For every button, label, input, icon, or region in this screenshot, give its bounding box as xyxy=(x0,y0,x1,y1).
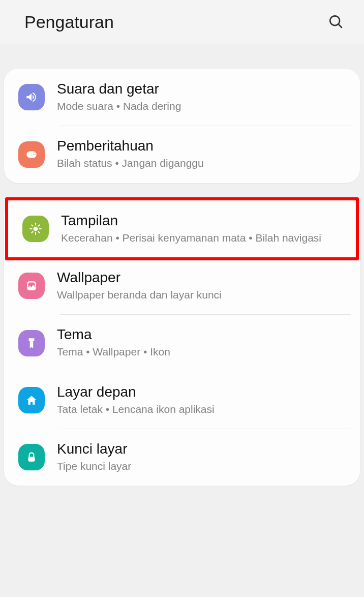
item-title: Layar depan xyxy=(57,384,346,400)
item-subtitle: Tata letak • Lencana ikon aplikasi xyxy=(57,402,346,416)
theme-icon xyxy=(18,330,45,356)
item-text: Kunci layar Tipe kunci layar xyxy=(57,441,346,473)
brightness-icon xyxy=(22,216,49,242)
header: Pengaturan xyxy=(0,0,364,44)
page-title: Pengaturan xyxy=(24,12,114,32)
svg-line-1 xyxy=(339,24,342,27)
settings-group-1: Suara dan getar Mode suara • Nada dering… xyxy=(4,69,360,183)
item-title: Pemberitahuan xyxy=(57,138,346,154)
section-gap xyxy=(0,44,364,69)
item-subtitle: Mode suara • Nada dering xyxy=(57,99,346,113)
settings-group-2: Tampilan Kecerahan • Perisai kenyamanan … xyxy=(4,199,360,486)
item-text: Layar depan Tata letak • Lencana ikon ap… xyxy=(57,384,346,416)
item-subtitle: Bilah status • Jangan diganggu xyxy=(57,156,346,170)
item-text: Wallpaper Wallpaper beranda dan layar ku… xyxy=(57,270,346,302)
settings-item-wallpaper[interactable]: Wallpaper Wallpaper beranda dan layar ku… xyxy=(4,257,360,314)
svg-line-10 xyxy=(32,225,33,226)
lock-icon xyxy=(18,444,45,470)
svg-point-4 xyxy=(33,152,36,155)
settings-item-sound[interactable]: Suara dan getar Mode suara • Nada dering xyxy=(4,69,360,126)
item-title: Suara dan getar xyxy=(57,81,346,97)
item-subtitle: Tipe kunci layar xyxy=(57,459,346,473)
highlight-box: Tampilan Kecerahan • Perisai kenyamanan … xyxy=(5,197,359,260)
item-subtitle: Kecerahan • Perisai kenyamanan mata • Bi… xyxy=(61,231,342,245)
item-title: Tampilan xyxy=(61,213,342,229)
item-text: Suara dan getar Mode suara • Nada dering xyxy=(57,81,346,113)
item-text: Pemberitahuan Bilah status • Jangan diga… xyxy=(57,138,346,170)
item-title: Wallpaper xyxy=(57,270,346,286)
settings-item-themes[interactable]: Tema Tema • Wallpaper • Ikon xyxy=(4,314,360,371)
settings-item-home-screen[interactable]: Layar depan Tata letak • Lencana ikon ap… xyxy=(4,372,360,429)
wallpaper-icon xyxy=(18,273,45,299)
item-title: Tema xyxy=(57,326,346,343)
sound-icon xyxy=(18,84,45,110)
svg-point-5 xyxy=(34,227,38,231)
item-text: Tampilan Kecerahan • Perisai kenyamanan … xyxy=(61,213,342,245)
item-subtitle: Wallpaper beranda dan layar kunci xyxy=(57,288,346,302)
settings-item-display[interactable]: Tampilan Kecerahan • Perisai kenyamanan … xyxy=(8,200,356,257)
search-icon[interactable] xyxy=(327,13,344,32)
item-text: Tema Tema • Wallpaper • Ikon xyxy=(57,326,346,359)
svg-rect-15 xyxy=(28,457,35,462)
svg-line-12 xyxy=(32,231,33,232)
svg-line-11 xyxy=(38,231,39,232)
item-subtitle: Tema • Wallpaper • Ikon xyxy=(57,345,346,359)
settings-item-notifications[interactable]: Pemberitahuan Bilah status • Jangan diga… xyxy=(4,126,360,183)
notification-icon xyxy=(18,141,45,168)
settings-item-lock-screen[interactable]: Kunci layar Tipe kunci layar xyxy=(4,429,360,486)
svg-line-13 xyxy=(38,225,39,226)
item-title: Kunci layar xyxy=(57,441,346,457)
home-icon xyxy=(18,387,45,413)
